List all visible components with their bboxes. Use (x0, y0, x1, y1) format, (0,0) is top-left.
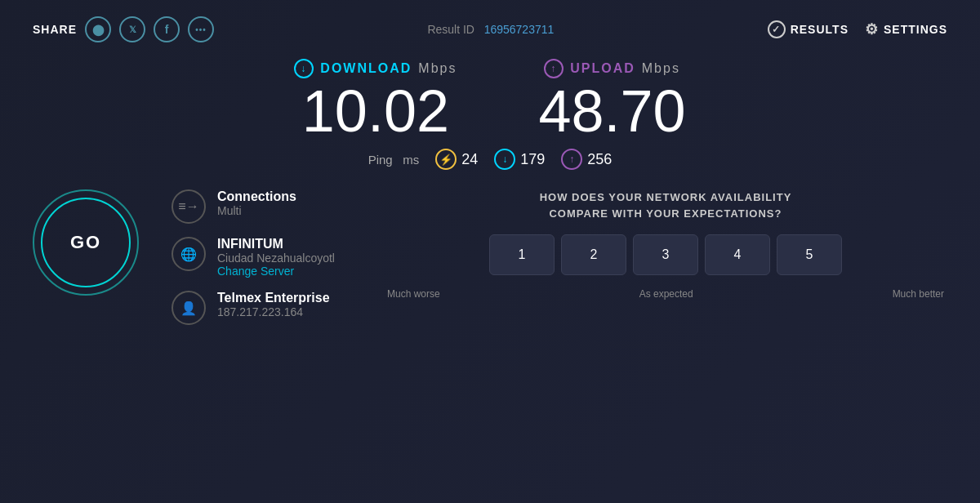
ping-label: Ping ms (368, 153, 420, 167)
link-icon[interactable]: ⬤ (85, 16, 111, 42)
bottom-section: GO ≡→ Connections Multi 🌐 INFINITUM Ciud… (33, 189, 947, 325)
download-unit: Mbps (418, 61, 457, 76)
isp-ip: 187.217.223.164 (217, 305, 330, 318)
connections-icon: ≡→ (172, 189, 206, 224)
server-name: INFINITUM (217, 237, 335, 252)
upload-block: ↑ UPLOAD Mbps 48.70 (538, 59, 685, 140)
ping-download-ms: ↓ 179 (494, 149, 545, 170)
top-right: ✓ RESULTS ⚙ SETTINGS (768, 20, 947, 38)
twitter-icon[interactable]: 𝕏 (119, 16, 145, 42)
change-server-link[interactable]: Change Server (217, 265, 335, 278)
share-section: SHARE ⬤ 𝕏 f ••• (33, 16, 214, 42)
connections-value: Multi (217, 204, 296, 217)
ping-section: Ping ms ⚡ 24 ↓ 179 ↑ 256 (33, 149, 947, 170)
survey-label-worse: Much worse (387, 288, 440, 300)
gear-icon: ⚙ (865, 20, 879, 38)
ping-jitter: ⚡ 24 (435, 149, 478, 170)
server-row: 🌐 INFINITUM Ciudad Nezahualcoyotl Change… (172, 237, 335, 278)
survey-section: HOW DOES YOUR NETWORK AVAILABILITY COMPA… (368, 189, 947, 300)
result-id-label: Result ID (427, 23, 474, 36)
download-arrow-icon: ↓ (294, 59, 314, 78)
isp-name: Telmex Enterprise (217, 291, 330, 305)
survey-btn-3[interactable]: 3 (633, 234, 698, 275)
connections-text: Connections Multi (217, 189, 296, 217)
survey-btn-1[interactable]: 1 (489, 234, 555, 275)
upload-value: 48.70 (538, 82, 685, 140)
download-block: ↓ DOWNLOAD Mbps 10.02 (294, 59, 457, 140)
facebook-icon[interactable]: f (154, 16, 180, 42)
survey-buttons: 1 2 3 4 5 (384, 234, 947, 275)
speed-section: ↓ DOWNLOAD Mbps 10.02 ↑ UPLOAD Mbps 48.7… (33, 59, 947, 140)
download-value: 10.02 (294, 82, 457, 140)
connections-row: ≡→ Connections Multi (172, 189, 335, 224)
more-icon[interactable]: ••• (188, 16, 214, 42)
go-button-container: GO (33, 189, 139, 296)
survey-label-better: Much better (893, 288, 944, 300)
survey-btn-4[interactable]: 4 (705, 234, 770, 275)
check-icon: ✓ (768, 20, 786, 38)
result-id-section: Result ID 16956723711 (427, 23, 554, 36)
survey-btn-5[interactable]: 5 (777, 234, 842, 275)
upload-unit: Mbps (642, 61, 680, 76)
download-title: ↓ DOWNLOAD Mbps (294, 59, 457, 78)
survey-btn-2[interactable]: 2 (561, 234, 626, 275)
upload-label: UPLOAD (570, 61, 635, 76)
results-button[interactable]: ✓ RESULTS (768, 20, 849, 38)
ping-down-icon: ↓ (494, 149, 515, 170)
survey-question: HOW DOES YOUR NETWORK AVAILABILITY COMPA… (540, 189, 792, 221)
download-label: DOWNLOAD (320, 61, 412, 76)
isp-text: Telmex Enterprise 187.217.223.164 (217, 291, 330, 318)
server-text: INFINITUM Ciudad Nezahualcoyotl Change S… (217, 237, 335, 278)
go-label: GO (70, 232, 101, 253)
result-id-link[interactable]: 16956723711 (484, 23, 555, 36)
share-label: SHARE (33, 23, 77, 36)
ping-up-icon: ↑ (561, 149, 582, 170)
app-container: SHARE ⬤ 𝕏 f ••• Result ID 16956723711 ✓ … (0, 0, 980, 503)
survey-label-expected: As expected (639, 288, 693, 300)
server-location: Ciudad Nezahualcoyotl (217, 252, 335, 265)
info-section: ≡→ Connections Multi 🌐 INFINITUM Ciudad … (172, 189, 335, 325)
ping-upload-ms: ↑ 256 (561, 149, 612, 170)
go-button[interactable]: GO (41, 198, 131, 287)
upload-title: ↑ UPLOAD Mbps (538, 59, 685, 78)
jitter-icon: ⚡ (435, 149, 457, 170)
settings-button[interactable]: ⚙ SETTINGS (865, 20, 947, 38)
go-button-outer: GO (33, 189, 139, 296)
person-icon: 👤 (172, 291, 206, 325)
connections-title: Connections (217, 189, 296, 204)
isp-row: 👤 Telmex Enterprise 187.217.223.164 (172, 291, 335, 325)
top-bar: SHARE ⬤ 𝕏 f ••• Result ID 16956723711 ✓ … (33, 16, 947, 42)
globe-icon: 🌐 (172, 237, 206, 271)
upload-arrow-icon: ↑ (544, 59, 564, 78)
survey-labels: Much worse As expected Much better (384, 288, 947, 300)
